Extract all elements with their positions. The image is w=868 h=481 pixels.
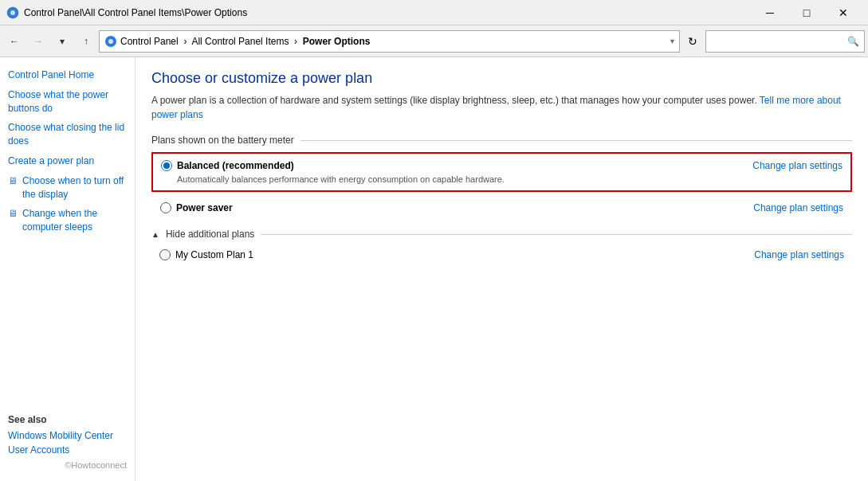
plan-radio-row-power-saver: Power saver bbox=[160, 202, 233, 213]
search-icon: 🔍 bbox=[847, 36, 859, 47]
watermark: ©Howtoconnect bbox=[0, 457, 135, 473]
display-icon: 🖥 bbox=[8, 174, 18, 188]
sidebar-item-create-plan[interactable]: Create a power plan bbox=[0, 151, 135, 171]
custom-plan-left: My Custom Plan 1 bbox=[159, 249, 253, 260]
balanced-change-settings-link[interactable]: Change plan settings bbox=[752, 160, 842, 171]
power-saver-plan-name: Power saver bbox=[176, 202, 233, 213]
section-label: Plans shown on the battery meter bbox=[151, 135, 294, 146]
page-description: A power plan is a collection of hardware… bbox=[151, 93, 852, 122]
main-layout: Control Panel Home Choose what the power… bbox=[0, 57, 868, 481]
refresh-button[interactable]: ↻ bbox=[681, 30, 704, 53]
address-chevron-icon[interactable]: ▾ bbox=[670, 37, 674, 45]
custom-plan-radio[interactable] bbox=[159, 249, 171, 260]
sidebar: Control Panel Home Choose what the power… bbox=[0, 57, 136, 481]
svg-point-3 bbox=[108, 39, 113, 44]
minimize-button[interactable]: ─ bbox=[752, 0, 788, 25]
forward-button[interactable]: → bbox=[27, 30, 49, 53]
breadcrumb-path: Control Panel › All Control Panel Items … bbox=[120, 36, 667, 47]
plan-left-balanced: Balanced (recommended) Automatically bal… bbox=[161, 160, 505, 184]
sidebar-label-power-buttons: Choose what the power buttons do bbox=[8, 88, 127, 115]
sidebar-label-create-plan: Create a power plan bbox=[8, 154, 94, 168]
chevron-up-icon: ▲ bbox=[151, 230, 159, 239]
user-accounts-link[interactable]: User Accounts bbox=[8, 443, 127, 457]
sleep-icon: 🖥 bbox=[8, 207, 18, 221]
sidebar-label-control-panel-home: Control Panel Home bbox=[8, 68, 94, 82]
hide-additional-plans-row[interactable]: ▲ Hide additional plans bbox=[151, 229, 852, 240]
address-bar: ← → ▾ ↑ Control Panel › All Control Pane… bbox=[0, 25, 868, 57]
page-desc-text: A power plan is a collection of hardware… bbox=[151, 95, 757, 106]
custom-plan-row: My Custom Plan 1 Change plan settings bbox=[151, 246, 852, 264]
back-button[interactable]: ← bbox=[3, 30, 26, 53]
plan-item-balanced: Balanced (recommended) Automatically bal… bbox=[151, 152, 852, 192]
dropdown-recent-button[interactable]: ▾ bbox=[51, 30, 73, 53]
sidebar-item-control-panel-home[interactable]: Control Panel Home bbox=[0, 65, 135, 85]
hide-plans-label: Hide additional plans bbox=[166, 229, 254, 240]
power-saver-change-settings-link[interactable]: Change plan settings bbox=[753, 202, 843, 213]
balanced-radio[interactable] bbox=[161, 160, 172, 171]
see-also-label: See also bbox=[0, 406, 135, 428]
sidebar-item-power-buttons[interactable]: Choose what the power buttons do bbox=[0, 85, 135, 119]
balanced-plan-desc: Automatically balances performance with … bbox=[177, 174, 505, 184]
see-also-links: Windows Mobility Center User Accounts bbox=[0, 428, 135, 457]
custom-plan-settings-link[interactable]: Change plan settings bbox=[754, 249, 844, 260]
close-button[interactable]: ✕ bbox=[825, 0, 862, 25]
sidebar-item-change-sleep[interactable]: 🖥 Change when the computer sleeps bbox=[0, 204, 135, 237]
svg-point-1 bbox=[10, 10, 15, 15]
plan-item-power-saver: Power saver Change plan settings bbox=[151, 195, 852, 221]
page-title: Choose or customize a power plan bbox=[151, 70, 852, 87]
custom-plan-name: My Custom Plan 1 bbox=[175, 249, 253, 260]
plan-left-power-saver: Power saver bbox=[160, 202, 233, 213]
title-bar: Control Panel\All Control Panel Items\Po… bbox=[0, 0, 868, 25]
sidebar-label-choose-display: Choose when to turn off the display bbox=[22, 174, 127, 201]
windows-mobility-link[interactable]: Windows Mobility Center bbox=[8, 428, 127, 443]
search-box: 🔍 bbox=[705, 30, 865, 53]
balanced-plan-name: Balanced (recommended) bbox=[177, 160, 294, 171]
section-header: Plans shown on the battery meter bbox=[151, 135, 852, 146]
maximize-button[interactable]: □ bbox=[788, 0, 825, 25]
up-button[interactable]: ↑ bbox=[75, 30, 97, 53]
sidebar-item-choose-display[interactable]: 🖥 Choose when to turn off the display bbox=[0, 171, 135, 205]
search-input[interactable] bbox=[711, 36, 847, 47]
window-title: Control Panel\All Control Panel Items\Po… bbox=[24, 7, 247, 18]
app-icon bbox=[6, 6, 19, 19]
sidebar-label-change-sleep: Change when the computer sleeps bbox=[22, 207, 127, 234]
sidebar-item-close-lid[interactable]: Choose what closing the lid does bbox=[0, 118, 135, 151]
content-area: Choose or customize a power plan A power… bbox=[136, 57, 868, 481]
window-controls: ─ □ ✕ bbox=[752, 0, 862, 25]
power-saver-radio[interactable] bbox=[160, 202, 171, 213]
address-box: Control Panel › All Control Panel Items … bbox=[99, 30, 680, 53]
sidebar-label-close-lid: Choose what closing the lid does bbox=[8, 121, 127, 148]
folder-icon bbox=[104, 35, 117, 48]
plan-radio-row-balanced: Balanced (recommended) bbox=[161, 160, 505, 171]
sidebar-nav: Control Panel Home Choose what the power… bbox=[0, 65, 135, 237]
